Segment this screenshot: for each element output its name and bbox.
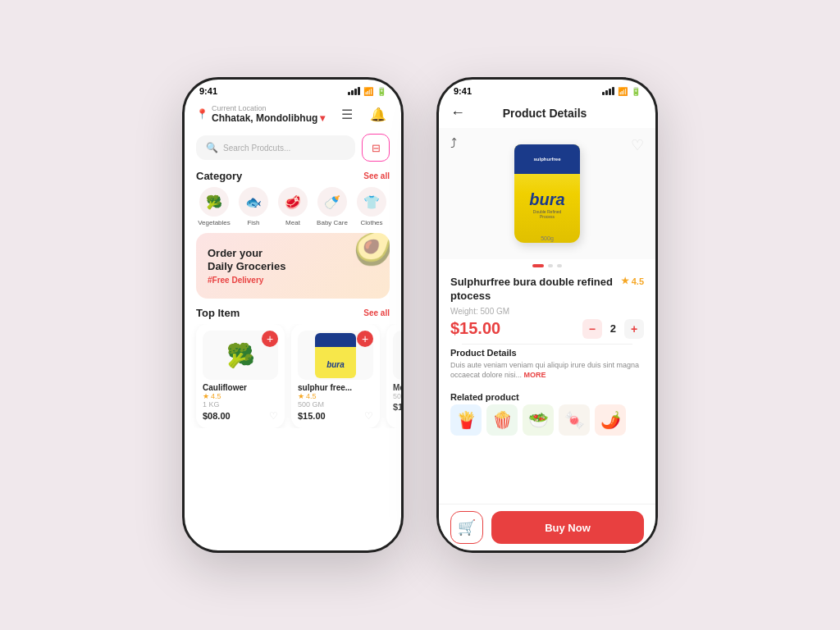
read-more-link[interactable]: MORE xyxy=(524,371,546,379)
search-row: 🔍 Search Prodcuts... ⊟ xyxy=(185,130,401,168)
product-card-cauliflower[interactable]: 🥦 + Cauliflower ★ 4.5 1 KG $08.00 ♡ xyxy=(196,324,285,428)
top-item-title: Top Item xyxy=(196,307,240,319)
bura-main-section: bura Double RefinedProcess xyxy=(526,174,568,235)
promo-sub: #Free Delivery xyxy=(208,276,378,285)
related-item-3[interactable]: 🥗 xyxy=(523,404,554,436)
product-weight-meat: 500 GM xyxy=(393,392,401,400)
wishlist-button[interactable]: ♡ xyxy=(631,136,644,154)
header-icons: ☰ 🔔 xyxy=(336,103,390,126)
product-weight-text: Weight: 500 GM xyxy=(450,307,644,316)
quantity-control: − 2 + xyxy=(582,319,644,339)
cart-button[interactable]: 🛒 xyxy=(450,511,483,544)
product-description: Duis aute veniam veniam qui aliquip irur… xyxy=(450,360,644,381)
vegetable-icon: 🥦 xyxy=(199,187,229,217)
related-item-2[interactable]: 🍿 xyxy=(486,404,518,436)
product-price-row-meat: $12.00 xyxy=(393,402,401,412)
location-name[interactable]: Chhatak, Mondolibhug ▾ xyxy=(212,112,325,124)
menu-icon-btn[interactable]: ☰ xyxy=(336,103,358,126)
search-icon: 🔍 xyxy=(206,142,218,153)
related-products-list: 🍟 🍿 🥗 🍬 🌶️ xyxy=(450,404,644,437)
wifi-icon: 📶 xyxy=(363,87,373,96)
product-info-section: Sulphurfree bura double refined ptocess … xyxy=(439,271,655,386)
top-item-see-all[interactable]: See all xyxy=(363,308,390,317)
category-section-header: Category See all xyxy=(185,168,401,187)
bura-brand-text: sulphurfree xyxy=(533,157,560,162)
time-left: 9:41 xyxy=(199,86,217,96)
wishlist-icon-cauliflower[interactable]: ♡ xyxy=(269,410,278,422)
back-button[interactable]: ← xyxy=(450,104,465,121)
star-icon-sulphur: ★ xyxy=(298,392,304,400)
related-title: Related product xyxy=(450,392,644,402)
product-card-meat[interactable]: 🥩 + Meat 500 GM $12.00 xyxy=(386,324,401,428)
signal-icon-right xyxy=(602,87,614,95)
image-dot-indicators xyxy=(439,259,655,271)
babycare-icon: 🍼 xyxy=(317,187,347,217)
dropdown-icon: ▾ xyxy=(320,112,325,124)
category-vegetables[interactable]: 🥦 Vegetables xyxy=(196,187,232,226)
product-price-row-cauliflower: $08.00 ♡ xyxy=(203,410,278,422)
right-phone: 9:41 📶 🔋 ← Product Details ⤴ ♡ xyxy=(436,77,658,553)
bura-top-section: sulphurfree xyxy=(514,144,580,174)
search-box[interactable]: 🔍 Search Prodcuts... xyxy=(196,135,355,160)
phones-container: 9:41 📶 🔋 📍 Current Location Chha xyxy=(182,77,658,553)
dot-2 xyxy=(548,264,553,267)
category-babycare[interactable]: 🍼 Baby Care xyxy=(314,187,350,226)
location-label: Current Location xyxy=(212,104,325,112)
product-name-sulphur: sulphur free... xyxy=(298,383,373,392)
bura-description: Double RefinedProcess xyxy=(533,209,561,219)
share-button[interactable]: ⤴ xyxy=(450,136,457,151)
star-icon: ★ xyxy=(203,392,209,400)
buy-bar: 🛒 Buy Now xyxy=(439,504,655,550)
product-details-title: Product Details xyxy=(450,348,644,358)
cart-icon: 🛒 xyxy=(458,518,476,536)
product-title: Sulphurfree bura double refined ptocess xyxy=(450,276,614,304)
product-weight-cauliflower: 1 KG xyxy=(203,400,278,409)
top-item-grid: 🥦 + Cauliflower ★ 4.5 1 KG $08.00 ♡ bura xyxy=(185,324,401,428)
product-rating-sulphur: ★ 4.5 xyxy=(298,392,373,400)
cat-label-fish: Fish xyxy=(247,219,259,226)
location-bar: 📍 Current Location Chhatak, Mondolibhug … xyxy=(185,99,401,130)
quantity-value: 2 xyxy=(610,322,616,335)
promo-banner: 🥑 Order yourDaily Groceries #Free Delive… xyxy=(196,233,390,299)
status-icons-left: 📶 🔋 xyxy=(348,87,386,96)
related-item-1[interactable]: 🍟 xyxy=(450,404,482,436)
category-title: Category xyxy=(196,170,242,182)
product-name-meat: Meat xyxy=(393,383,401,392)
divider-1 xyxy=(462,344,632,345)
location-info: 📍 Current Location Chhatak, Mondolibhug … xyxy=(196,104,325,124)
product-detail-image-area: ⤴ ♡ sulphurfree bura Double RefinedProce… xyxy=(439,128,655,259)
category-clothes[interactable]: 👕 Clothes xyxy=(354,187,390,226)
product-rating-badge: ★ 4.5 xyxy=(621,276,644,286)
battery-icon: 🔋 xyxy=(377,87,386,96)
category-meat[interactable]: 🥩 Meat xyxy=(275,187,311,226)
product-detail-header: ← Product Details xyxy=(439,99,655,128)
category-see-all[interactable]: See all xyxy=(363,171,390,180)
dot-1 xyxy=(532,264,544,267)
buy-now-button[interactable]: Buy Now xyxy=(491,511,644,544)
related-item-4[interactable]: 🍬 xyxy=(559,404,590,436)
promo-decoration: 🥑 xyxy=(353,233,390,267)
bura-name: bura xyxy=(529,190,564,209)
product-weight-sulphur: 500 GM xyxy=(298,400,373,409)
category-fish[interactable]: 🐟 Fish xyxy=(235,187,272,226)
product-img-meat: 🥩 xyxy=(393,331,401,380)
increase-qty-button[interactable]: + xyxy=(624,319,644,339)
buy-now-label: Buy Now xyxy=(545,522,591,534)
decrease-qty-button[interactable]: − xyxy=(582,319,602,339)
product-name-cauliflower: Cauliflower xyxy=(203,383,278,392)
product-detail-price: $15.00 xyxy=(450,319,500,338)
add-button-cauliflower[interactable]: + xyxy=(262,331,278,347)
rating-value: 4.5 xyxy=(632,276,644,286)
wifi-icon-right: 📶 xyxy=(618,87,628,96)
status-icons-right: 📶 🔋 xyxy=(602,87,641,96)
related-item-5[interactable]: 🌶️ xyxy=(595,404,626,436)
notification-icon-btn[interactable]: 🔔 xyxy=(367,103,390,126)
wishlist-icon-sulphur[interactable]: ♡ xyxy=(364,410,373,422)
status-bar-right: 9:41 📶 🔋 xyxy=(439,80,655,99)
product-rating-cauliflower: ★ 4.5 xyxy=(203,392,278,400)
add-button-sulphur[interactable]: + xyxy=(357,331,373,347)
product-card-sulphur[interactable]: bura + sulphur free... ★ 4.5 500 GM $15.… xyxy=(291,324,380,428)
battery-icon-right: 🔋 xyxy=(631,87,641,96)
product-price-row-sulphur: $15.00 ♡ xyxy=(298,410,373,422)
filter-button[interactable]: ⊟ xyxy=(362,134,390,162)
